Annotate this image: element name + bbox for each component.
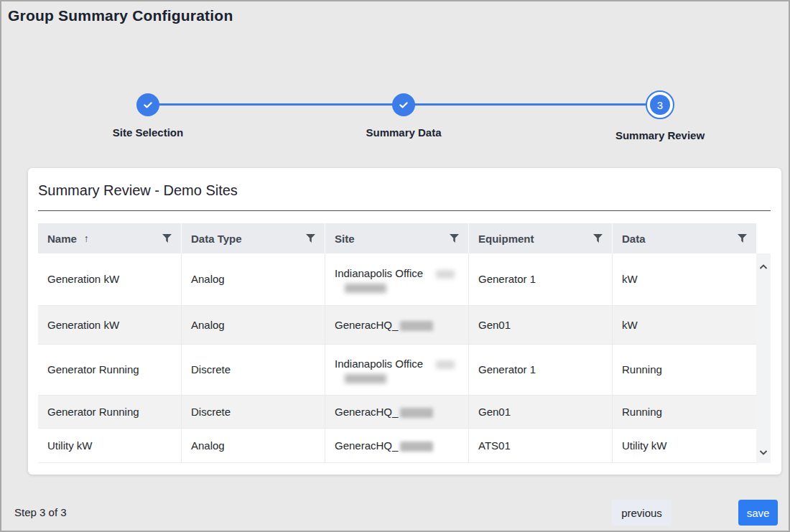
redacted-text: [345, 374, 386, 383]
cell-name: Utility kW: [38, 429, 182, 462]
column-label: Equipment: [478, 233, 534, 245]
step-complete-icon[interactable]: [392, 93, 415, 116]
redacted-text: [400, 442, 433, 452]
save-button[interactable]: save: [738, 500, 778, 526]
step-label: Site Selection: [69, 126, 227, 139]
wizard-stepper: Site Selection Summary Data 3 Summary Re…: [1, 1, 789, 152]
panel-divider: [38, 210, 771, 211]
table-row: Generation kW Analog GeneracHQ_ Gen01 kW: [38, 306, 756, 345]
cell-name: Generator Running: [38, 396, 182, 428]
checkmark-icon: [398, 99, 409, 111]
scroll-up-icon[interactable]: [759, 260, 768, 273]
cell-equipment: ATS01: [469, 429, 613, 462]
cell-equipment: Generator 1: [469, 253, 613, 305]
cell-data: Running: [613, 396, 756, 428]
table-scrollbar[interactable]: [756, 253, 771, 463]
cell-name: Generator Running: [38, 345, 182, 395]
column-label: Name: [47, 233, 77, 245]
step-summary-review[interactable]: 3 Summary Review: [581, 80, 739, 141]
redacted-text: [345, 284, 386, 293]
cell-site: GeneracHQ_: [325, 429, 469, 462]
filter-icon[interactable]: [162, 234, 172, 243]
cell-equipment: Gen01: [469, 306, 613, 344]
table-row: Generator Running Discrete GeneracHQ_ Ge…: [38, 396, 756, 429]
cell-site: GeneracHQ_: [325, 396, 469, 428]
active-step-ring[interactable]: 3: [646, 90, 674, 119]
filter-icon[interactable]: [593, 234, 603, 243]
cell-name: Generation kW: [38, 306, 182, 344]
redacted-text: [400, 408, 433, 418]
cell-site: Indianapolis Office: [325, 345, 469, 395]
column-header-data[interactable]: Data: [613, 223, 756, 253]
summary-review-panel: Summary Review - Demo Sites Name ↑ Data …: [28, 168, 781, 475]
cell-data-type: Analog: [182, 306, 325, 344]
cell-data: Utility kW: [613, 429, 756, 462]
filter-icon[interactable]: [450, 234, 459, 243]
redacted-text: [400, 321, 433, 331]
cell-equipment: Generator 1: [469, 345, 613, 395]
filter-icon[interactable]: [738, 234, 747, 243]
step-indicator: Step 3 of 3: [14, 506, 67, 518]
redacted-text: [436, 270, 455, 279]
cell-data: Running: [613, 345, 756, 395]
summary-table: Name ↑ Data Type: [38, 223, 771, 463]
column-label: Site: [335, 233, 355, 245]
column-header-site[interactable]: Site: [325, 223, 469, 253]
step-site-selection[interactable]: Site Selection: [69, 80, 227, 139]
cell-data-type: Analog: [182, 253, 325, 305]
step-label: Summary Data: [325, 126, 483, 139]
column-label: Data Type: [191, 233, 242, 245]
column-header-data-type[interactable]: Data Type: [182, 223, 325, 253]
cell-equipment: Gen01: [469, 396, 613, 428]
table-row: Generator Running Discrete Indianapolis …: [38, 345, 756, 396]
column-header-equipment[interactable]: Equipment: [469, 223, 613, 253]
app-window: Group Summary Configuration Site Selecti…: [0, 0, 790, 532]
step-number-badge: 3: [650, 95, 670, 115]
table-row: Generation kW Analog Indianapolis Office…: [38, 253, 756, 306]
step-label: Summary Review: [581, 129, 739, 141]
cell-name: Generation kW: [38, 253, 182, 305]
table-row: Utility kW Analog GeneracHQ_ ATS01 Utili…: [38, 429, 756, 463]
scroll-down-icon[interactable]: [759, 445, 768, 458]
filter-icon[interactable]: [306, 234, 315, 243]
panel-title: Summary Review - Demo Sites: [38, 182, 238, 199]
cell-data: kW: [613, 306, 756, 344]
cell-site: GeneracHQ_: [325, 306, 469, 344]
redacted-text: [436, 360, 455, 369]
checkmark-icon: [142, 99, 154, 111]
cell-site: Indianapolis Office: [325, 253, 469, 305]
step-summary-data[interactable]: Summary Data: [325, 80, 483, 139]
step-complete-icon[interactable]: [136, 93, 159, 116]
cell-data: kW: [613, 253, 756, 305]
cell-data-type: Analog: [182, 429, 325, 462]
cell-data-type: Discrete: [182, 345, 325, 395]
column-label: Data: [622, 233, 646, 245]
sort-ascending-icon[interactable]: ↑: [84, 233, 89, 244]
table-header-row: Name ↑ Data Type: [38, 223, 756, 253]
cell-data-type: Discrete: [182, 396, 325, 428]
previous-button[interactable]: previous: [612, 500, 672, 526]
column-header-name[interactable]: Name ↑: [38, 223, 182, 253]
